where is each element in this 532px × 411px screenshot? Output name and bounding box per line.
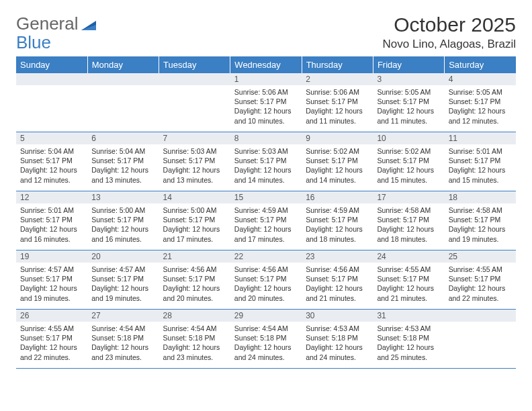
day-number: 23 [302, 250, 373, 263]
day-number: 5 [16, 132, 87, 145]
day-detail [159, 85, 230, 132]
day-detail: Sunrise: 5:04 AMSunset: 5:17 PMDaylight:… [16, 144, 87, 191]
day-detail: Sunrise: 4:55 AMSunset: 5:17 PMDaylight:… [373, 263, 444, 310]
day-detail: Sunrise: 4:54 AMSunset: 5:18 PMDaylight:… [230, 322, 302, 369]
day-number: 27 [87, 310, 159, 322]
day-number [16, 73, 87, 85]
day-detail: Sunrise: 4:59 AMSunset: 5:17 PMDaylight:… [230, 203, 302, 250]
day-number: 15 [230, 191, 302, 204]
day-number-row: 19202122232425 [16, 250, 516, 263]
weekday-header: Friday [373, 56, 444, 73]
day-number: 6 [87, 132, 159, 145]
day-number: 8 [230, 132, 302, 145]
weekday-header: Wednesday [230, 56, 302, 73]
day-number: 16 [302, 191, 373, 204]
day-detail: Sunrise: 4:58 AMSunset: 5:17 PMDaylight:… [373, 203, 444, 250]
day-detail [445, 322, 516, 369]
day-detail: Sunrise: 5:06 AMSunset: 5:17 PMDaylight:… [230, 85, 302, 132]
day-number-row: 567891011 [16, 132, 516, 145]
day-detail-row: Sunrise: 4:57 AMSunset: 5:17 PMDaylight:… [16, 263, 516, 310]
day-number: 12 [16, 191, 87, 204]
day-number: 1 [230, 73, 302, 85]
day-detail: Sunrise: 5:05 AMSunset: 5:17 PMDaylight:… [373, 85, 444, 132]
day-number [87, 73, 159, 85]
day-number: 18 [445, 191, 516, 204]
day-detail: Sunrise: 5:01 AMSunset: 5:17 PMDaylight:… [16, 203, 87, 250]
day-number: 3 [373, 73, 444, 85]
day-number: 2 [302, 73, 373, 85]
day-detail [87, 85, 159, 132]
day-detail: Sunrise: 4:57 AMSunset: 5:17 PMDaylight:… [87, 263, 159, 310]
logo-text-general: General [16, 13, 79, 34]
day-detail: Sunrise: 5:01 AMSunset: 5:17 PMDaylight:… [445, 144, 516, 191]
month-title: October 2025 [383, 13, 516, 36]
location-label: Novo Lino, Alagoas, Brazil [383, 38, 516, 51]
weekday-header-row: Sunday Monday Tuesday Wednesday Thursday… [16, 56, 516, 73]
day-detail: Sunrise: 5:00 AMSunset: 5:17 PMDaylight:… [87, 203, 159, 250]
weekday-header: Monday [87, 56, 159, 73]
day-detail: Sunrise: 4:56 AMSunset: 5:17 PMDaylight:… [159, 263, 230, 310]
day-number: 9 [302, 132, 373, 145]
day-detail: Sunrise: 4:57 AMSunset: 5:17 PMDaylight:… [16, 263, 87, 310]
day-detail-row: Sunrise: 5:01 AMSunset: 5:17 PMDaylight:… [16, 203, 516, 250]
day-detail: Sunrise: 4:58 AMSunset: 5:17 PMDaylight:… [445, 203, 516, 250]
day-number: 28 [159, 310, 230, 322]
day-detail [16, 85, 87, 132]
day-number: 19 [16, 250, 87, 263]
day-number: 22 [230, 250, 302, 263]
day-number: 7 [159, 132, 230, 145]
day-detail: Sunrise: 4:55 AMSunset: 5:17 PMDaylight:… [16, 322, 87, 369]
day-detail-row: Sunrise: 4:55 AMSunset: 5:17 PMDaylight:… [16, 322, 516, 369]
day-number: 25 [445, 250, 516, 263]
logo-triangle-icon [81, 18, 96, 30]
day-detail-row: Sunrise: 5:04 AMSunset: 5:17 PMDaylight:… [16, 144, 516, 191]
day-detail: Sunrise: 4:53 AMSunset: 5:18 PMDaylight:… [302, 322, 373, 369]
day-number: 24 [373, 250, 444, 263]
day-detail: Sunrise: 5:02 AMSunset: 5:17 PMDaylight:… [373, 144, 444, 191]
day-number-row: 12131415161718 [16, 191, 516, 204]
day-number: 14 [159, 191, 230, 204]
day-detail: Sunrise: 5:04 AMSunset: 5:17 PMDaylight:… [87, 144, 159, 191]
logo: General [16, 13, 97, 34]
day-number: 31 [373, 310, 444, 322]
logo-text-blue: Blue [16, 32, 51, 53]
day-detail-row: Sunrise: 5:06 AMSunset: 5:17 PMDaylight:… [16, 85, 516, 132]
day-detail: Sunrise: 5:03 AMSunset: 5:17 PMDaylight:… [230, 144, 302, 191]
day-number: 13 [87, 191, 159, 204]
header: General October 2025 Novo Lino, Alagoas,… [16, 13, 516, 51]
day-number: 21 [159, 250, 230, 263]
day-detail: Sunrise: 4:54 AMSunset: 5:18 PMDaylight:… [87, 322, 159, 369]
day-number [445, 310, 516, 322]
day-number: 11 [445, 132, 516, 145]
day-detail: Sunrise: 4:55 AMSunset: 5:17 PMDaylight:… [445, 263, 516, 310]
day-detail: Sunrise: 4:54 AMSunset: 5:18 PMDaylight:… [159, 322, 230, 369]
day-detail: Sunrise: 5:05 AMSunset: 5:17 PMDaylight:… [445, 85, 516, 132]
day-number: 30 [302, 310, 373, 322]
day-number: 29 [230, 310, 302, 322]
day-number-row: 262728293031 [16, 310, 516, 322]
day-detail: Sunrise: 4:56 AMSunset: 5:17 PMDaylight:… [302, 263, 373, 310]
day-number: 17 [373, 191, 444, 204]
day-detail: Sunrise: 5:00 AMSunset: 5:17 PMDaylight:… [159, 203, 230, 250]
day-detail: Sunrise: 5:03 AMSunset: 5:17 PMDaylight:… [159, 144, 230, 191]
day-detail: Sunrise: 5:02 AMSunset: 5:17 PMDaylight:… [302, 144, 373, 191]
weekday-header: Sunday [16, 56, 87, 73]
day-detail: Sunrise: 4:56 AMSunset: 5:17 PMDaylight:… [230, 263, 302, 310]
weekday-header: Thursday [302, 56, 373, 73]
day-number: 10 [373, 132, 444, 145]
day-number: 20 [87, 250, 159, 263]
weekday-header: Saturday [445, 56, 516, 73]
day-detail: Sunrise: 5:06 AMSunset: 5:17 PMDaylight:… [302, 85, 373, 132]
day-detail: Sunrise: 4:53 AMSunset: 5:18 PMDaylight:… [373, 322, 444, 369]
day-detail: Sunrise: 4:59 AMSunset: 5:17 PMDaylight:… [302, 203, 373, 250]
day-number [159, 73, 230, 85]
weekday-header: Tuesday [159, 56, 230, 73]
calendar-table: Sunday Monday Tuesday Wednesday Thursday… [16, 56, 516, 369]
day-number: 4 [445, 73, 516, 85]
day-number-row: 1234 [16, 73, 516, 85]
day-number: 26 [16, 310, 87, 322]
